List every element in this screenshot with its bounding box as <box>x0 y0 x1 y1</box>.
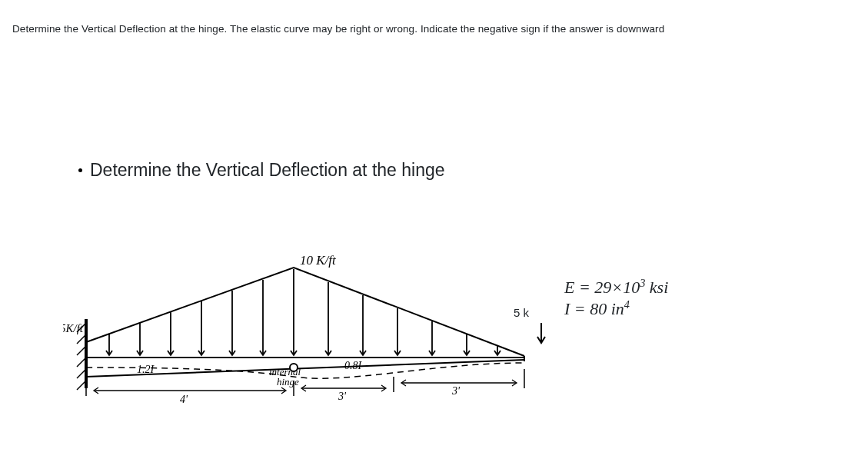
modulus-row: E = 29×103 ksi <box>564 277 668 298</box>
I-value: 80 in <box>590 299 624 318</box>
stiffness-right-label: 0.8I <box>344 360 363 371</box>
point-load-label: 5 k <box>514 306 529 319</box>
problem-instruction: Determine the Vertical Deflection at the… <box>12 23 664 35</box>
left-reaction-label: 5K/ft <box>63 322 84 334</box>
I-exponent: 4 <box>624 298 630 311</box>
E-value: 29×10 <box>594 278 640 297</box>
span-c-label: 3' <box>451 385 461 397</box>
point-load-arrow-icon <box>534 321 549 346</box>
problem-page: Determine the Vertical Deflection at the… <box>0 0 868 449</box>
span-a-label: 4' <box>180 394 188 405</box>
material-properties: E = 29×103 ksi I = 80 in4 <box>564 277 668 320</box>
E-unit: ksi <box>650 278 668 297</box>
E-exponent: 3 <box>640 277 645 289</box>
problem-heading: Determine the Vertical Deflection at the… <box>78 160 445 181</box>
dist-load-label: 10 K/ft <box>300 254 337 268</box>
problem-heading-text: Determine the Vertical Deflection at the… <box>90 160 445 181</box>
I-label: I = <box>564 299 586 318</box>
bullet-icon <box>78 168 82 172</box>
span-b-label: 3' <box>338 391 347 402</box>
beam-figure: 10 K/ft 5K/ft 1.2I internal hinge 0.8I 4… <box>63 254 570 407</box>
E-label: E = <box>564 278 590 297</box>
hinge-label-line2: hinge <box>277 376 299 387</box>
inertia-row: I = 80 in4 <box>564 298 668 320</box>
stiffness-left-label: 1.2I <box>137 364 155 375</box>
